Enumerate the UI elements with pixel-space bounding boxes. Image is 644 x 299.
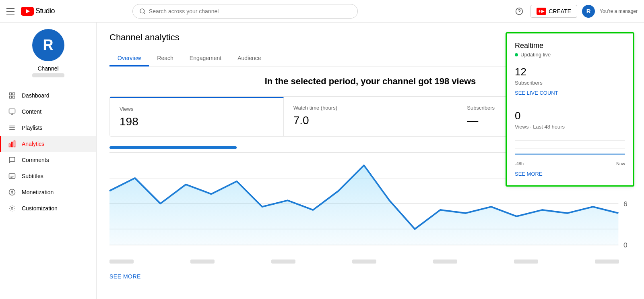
tab-engagement[interactable]: Engagement	[182, 51, 229, 66]
subscribers-rt-count: 12	[515, 66, 625, 78]
channel-avatar-letter: R	[43, 37, 54, 54]
channel-info: R Channel	[0, 29, 96, 84]
help-button[interactable]	[513, 5, 526, 18]
content-label: Content	[22, 108, 41, 115]
svg-rect-6	[9, 93, 11, 95]
rt-divider	[515, 103, 625, 103]
analytics-label: Analytics	[22, 141, 44, 147]
x-label-6	[514, 260, 538, 264]
svg-rect-9	[9, 96, 11, 98]
rt-time-end: Now	[616, 161, 625, 166]
customization-icon	[8, 204, 16, 212]
see-live-count-button[interactable]: SEE LIVE COUNT	[515, 90, 558, 96]
channel-sub-placeholder	[32, 73, 64, 77]
watch-time-value: 7.0	[293, 114, 448, 127]
x-label-7	[595, 260, 619, 264]
svg-rect-16	[9, 144, 10, 147]
svg-rect-18	[14, 141, 15, 147]
subscribers-rt-label: Subscribers	[515, 80, 625, 86]
header: Studio + CREATE R You're a manager	[0, 0, 644, 23]
rt-time-start: -48h	[515, 161, 524, 166]
realtime-panel: Realtime Updating live 12 Subscribers SE…	[506, 32, 634, 187]
help-circle-icon	[515, 7, 523, 15]
tab-overview[interactable]: Overview	[109, 51, 149, 66]
views-label: Views	[120, 106, 274, 112]
page-title: Channel analytics	[109, 32, 180, 43]
manager-text: You're a manager	[600, 8, 638, 14]
rt-chart-svg	[515, 136, 625, 156]
rt-see-more-button[interactable]: SEE MORE	[515, 171, 543, 177]
avatar-letter: R	[586, 8, 591, 15]
channel-avatar: R	[32, 29, 64, 61]
svg-point-2	[140, 9, 144, 13]
header-left: Studio	[6, 7, 55, 16]
x-label-3	[271, 260, 295, 264]
subtitles-icon	[8, 172, 16, 180]
sidebar-item-comments[interactable]: Comments	[0, 152, 96, 168]
svg-rect-7	[13, 93, 15, 95]
subtitles-label: Subtitles	[22, 173, 43, 179]
svg-text:6: 6	[623, 200, 627, 208]
x-label-2	[190, 260, 215, 264]
logo[interactable]: Studio	[21, 7, 55, 16]
monetization-label: Monetization	[22, 189, 54, 195]
tabs: Overview Reach Engagement Audience	[109, 51, 269, 66]
sidebar-item-playlists[interactable]: Playlists	[0, 120, 96, 136]
rt-chart-area	[515, 136, 625, 158]
views-rt-count: 0	[515, 110, 625, 122]
playlists-label: Playlists	[22, 125, 42, 131]
user-avatar-button[interactable]: R	[582, 5, 595, 18]
comments-icon	[8, 156, 16, 164]
live-dot	[515, 53, 518, 56]
updating-live: Updating live	[515, 52, 625, 58]
hamburger-icon[interactable]	[6, 8, 14, 15]
see-more-button[interactable]: SEE MORE	[109, 273, 141, 280]
sidebar-item-dashboard[interactable]: Dashboard	[0, 87, 96, 104]
updating-live-label: Updating live	[520, 52, 551, 58]
sidebar-item-customization[interactable]: Customization	[0, 200, 96, 216]
tab-reach[interactable]: Reach	[149, 51, 181, 66]
youtube-icon	[21, 7, 34, 16]
dashboard-icon	[8, 91, 16, 100]
search-bar[interactable]	[132, 4, 358, 19]
customization-label: Customization	[22, 205, 58, 212]
realtime-title: Realtime	[515, 42, 625, 50]
playlists-icon	[8, 124, 16, 132]
sidebar: R Channel Dashboard Content	[0, 23, 97, 299]
svg-rect-33	[109, 146, 237, 149]
metric-card-watch-time[interactable]: Watch time (hours) 7.0	[284, 97, 458, 136]
sidebar-item-monetization[interactable]: Monetization	[0, 184, 96, 200]
watch-time-label: Watch time (hours)	[293, 105, 448, 111]
svg-line-3	[144, 12, 145, 14]
x-axis-labels	[109, 260, 631, 264]
create-label: CREATE	[549, 8, 571, 15]
comments-label: Comments	[22, 157, 49, 163]
metric-card-views[interactable]: Views 198	[110, 97, 284, 136]
views-value: 198	[120, 115, 274, 128]
rt-time-labels: -48h Now	[515, 161, 625, 166]
logo-text: Studio	[35, 7, 55, 15]
x-label-4	[352, 260, 376, 264]
x-label-1	[109, 260, 134, 264]
tab-audience[interactable]: Audience	[229, 51, 269, 66]
svg-point-23	[11, 208, 13, 210]
sidebar-item-subtitles[interactable]: Subtitles	[0, 168, 96, 184]
create-video-icon: +	[537, 8, 546, 15]
create-button[interactable]: + CREATE	[530, 5, 577, 18]
sidebar-item-content[interactable]: Content	[0, 104, 96, 120]
sidebar-item-analytics[interactable]: Analytics	[0, 136, 96, 152]
svg-rect-17	[12, 142, 13, 147]
svg-text:0: 0	[623, 241, 627, 249]
search-icon	[139, 8, 146, 15]
svg-rect-8	[13, 96, 15, 98]
header-right: + CREATE R You're a manager	[513, 5, 638, 18]
dashboard-label: Dashboard	[22, 92, 50, 99]
monetization-icon	[8, 188, 16, 196]
channel-name: Channel	[37, 65, 58, 72]
svg-rect-10	[9, 109, 15, 113]
search-input[interactable]	[149, 8, 351, 15]
analytics-icon	[8, 140, 16, 148]
views-rt-label: Views · Last 48 hours	[515, 124, 625, 130]
x-label-5	[433, 260, 457, 264]
content-icon	[8, 108, 16, 116]
